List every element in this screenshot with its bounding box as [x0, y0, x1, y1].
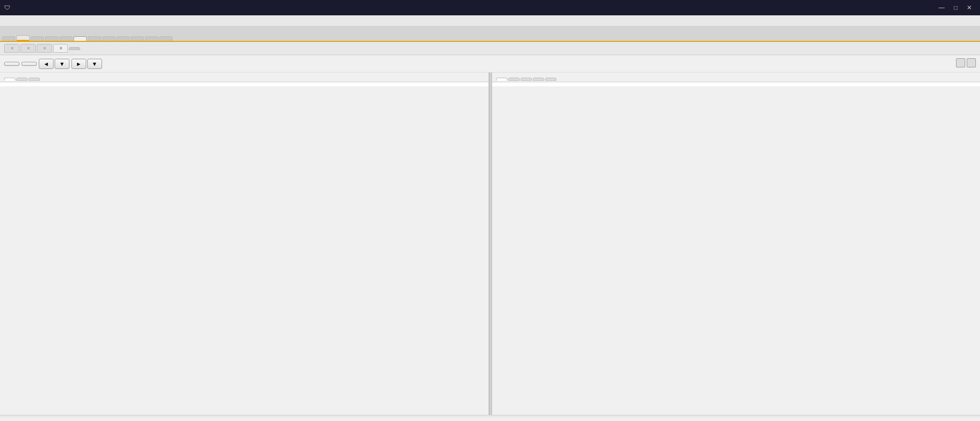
tab-options[interactable] [145, 36, 158, 41]
tab-decoder[interactable] [102, 36, 115, 41]
response-title [492, 73, 981, 77]
menu-help[interactable] [35, 20, 43, 22]
target-info [956, 58, 976, 69]
response-tab-hex[interactable] [521, 78, 532, 81]
close-tab-2-icon[interactable]: × [27, 45, 30, 51]
response-tab-raw[interactable] [496, 78, 507, 81]
repeater-tab-3[interactable]: × [37, 44, 52, 53]
request-tab-raw[interactable] [4, 78, 15, 81]
main-tab-bar [0, 27, 980, 42]
app-icon: 🛡 [4, 4, 10, 12]
cancel-button[interactable] [21, 62, 37, 66]
request-tab-hex[interactable] [29, 78, 40, 81]
repeater-tab-4[interactable]: × [53, 44, 68, 53]
repeater-tab-bar: × × × × [0, 42, 980, 55]
window-controls[interactable]: — □ ✕ [935, 3, 976, 12]
status-bar [0, 415, 980, 417]
menu-intruder[interactable] [10, 20, 18, 22]
response-tab-render[interactable] [545, 78, 556, 81]
menu-burp[interactable] [2, 20, 10, 22]
go-button[interactable] [4, 62, 19, 66]
request-content-wrapper [0, 82, 488, 415]
response-tab-headers[interactable] [508, 78, 520, 81]
tab-proxy[interactable] [16, 35, 30, 41]
tab-extender[interactable] [131, 36, 144, 41]
request-content[interactable] [0, 82, 488, 86]
response-tabs [492, 77, 981, 82]
toolbar: ◄ ▼ ► ▼ [0, 55, 980, 73]
menu-repeater[interactable] [18, 20, 27, 22]
edit-target-icon[interactable] [956, 58, 965, 67]
tab-scanner[interactable] [45, 36, 58, 41]
next-dropdown-button[interactable]: ▼ [87, 59, 102, 69]
minimize-button[interactable]: — [935, 3, 949, 12]
repeater-tab-more[interactable] [69, 47, 80, 50]
prev-button[interactable]: ◄ [39, 59, 54, 69]
title-bar: 🛡 — □ ✕ [0, 0, 980, 15]
response-content[interactable] [492, 82, 981, 86]
close-button[interactable]: ✕ [963, 3, 976, 12]
tab-comparer[interactable] [116, 36, 130, 41]
close-tab-3-icon[interactable]: × [43, 45, 46, 51]
tab-repeater[interactable] [74, 36, 87, 41]
tab-alerts[interactable] [159, 36, 173, 41]
request-title [0, 73, 488, 77]
prev-dropdown-button[interactable]: ▼ [55, 59, 69, 69]
tab-spider[interactable] [31, 36, 44, 41]
response-panel [492, 73, 981, 415]
content-area [0, 73, 980, 415]
request-panel [0, 73, 489, 415]
menu-bar [0, 15, 980, 27]
repeater-tab-1[interactable]: × [4, 44, 19, 53]
response-content-wrapper [492, 82, 981, 415]
menu-window[interactable] [27, 20, 35, 22]
close-tab-4-icon[interactable]: × [60, 45, 63, 51]
request-tab-headers[interactable] [16, 78, 28, 81]
request-tabs [0, 77, 488, 82]
tab-sequencer[interactable] [88, 36, 101, 41]
help-icon[interactable] [967, 58, 976, 67]
repeater-tab-2[interactable]: × [20, 44, 36, 53]
tab-intruder[interactable] [59, 36, 72, 41]
response-tab-html[interactable] [533, 78, 544, 81]
tab-target[interactable] [2, 36, 15, 41]
next-button[interactable]: ► [71, 59, 86, 69]
maximize-button[interactable]: □ [950, 3, 962, 12]
close-tab-1-icon[interactable]: × [11, 45, 14, 51]
